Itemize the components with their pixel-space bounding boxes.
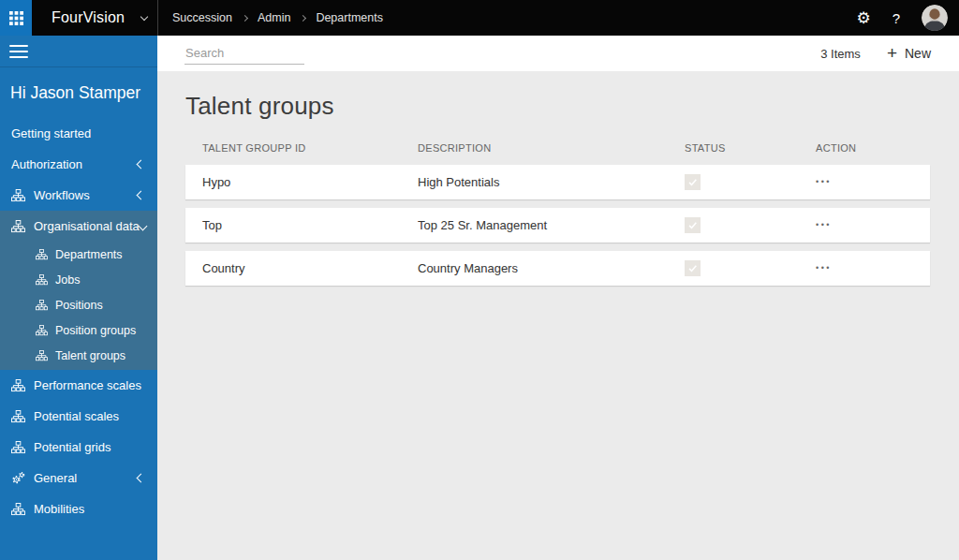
chevron-right-icon [300, 14, 306, 21]
brand-switcher[interactable]: FourVision [32, 0, 157, 36]
search-input[interactable] [184, 42, 304, 65]
breadcrumb-item-departments[interactable]: Departments [316, 11, 383, 24]
brand-name: FourVision [52, 9, 125, 26]
cell-status [685, 174, 816, 190]
plus-icon: + [887, 44, 897, 62]
sidebar-item-potential-scales[interactable]: Potential scales [0, 401, 157, 432]
user-greeting: Hi Jason Stamper [10, 83, 146, 103]
cell-description: Top 25 Sr. Management [418, 218, 685, 232]
help-icon[interactable]: ? [893, 10, 900, 26]
check-icon [686, 176, 699, 188]
sitemap-icon [11, 503, 25, 516]
avatar-photo [922, 5, 948, 31]
sidebar: Hi Jason Stamper Getting started Authori… [0, 36, 157, 560]
sidebar-item-departments[interactable]: Departments [0, 242, 157, 267]
sidebar-item-label: Departments [55, 248, 123, 261]
gears-icon [11, 471, 25, 485]
sitemap-icon [11, 379, 25, 392]
sitemap-icon [36, 300, 48, 311]
cell-talent-group-id: Hypo [202, 175, 418, 189]
sitemap-icon [11, 410, 25, 423]
sidebar-item-potential-grids[interactable]: Potential grids [0, 432, 157, 463]
sitemap-icon [11, 220, 25, 233]
sidebar-toggle-button[interactable] [0, 36, 157, 67]
more-actions-icon[interactable]: ••• [816, 221, 930, 229]
new-button-label: New [905, 46, 931, 61]
cell-description: High Potentials [418, 175, 685, 189]
sidebar-item-organisational-data[interactable]: Organisational data [0, 211, 157, 242]
column-header-action: ACTION [816, 142, 930, 154]
table-row[interactable]: Country Country Managers ••• [185, 251, 930, 286]
sidebar-item-label: Position groups [55, 324, 136, 337]
check-icon [686, 219, 699, 231]
user-avatar[interactable] [922, 5, 948, 31]
column-header-status: STATUS [685, 142, 816, 154]
sidebar-item-talent-groups[interactable]: Talent groups [0, 343, 157, 368]
cell-status [685, 260, 816, 276]
talent-groups-table: TALENT GROUPP ID DESCRIPTION STATUS ACTI… [185, 141, 930, 286]
sidebar-item-workflows[interactable]: Workflows [0, 180, 157, 211]
cell-description: Country Managers [418, 261, 685, 275]
chevron-left-icon [137, 160, 146, 169]
sidebar-item-label: Authorization [11, 157, 82, 171]
sidebar-nav: Getting started Authorization Workflows … [0, 118, 157, 524]
sidebar-item-general[interactable]: General [0, 463, 157, 494]
main-content: 3 Items + New Talent groups TALENT GROUP… [157, 36, 959, 560]
sidebar-item-position-groups[interactable]: Position groups [0, 317, 157, 343]
sidebar-item-authorization[interactable]: Authorization [0, 149, 157, 180]
chevron-left-icon [137, 474, 146, 483]
app-window: FourVision Succession Admin Departments … [0, 0, 959, 560]
sidebar-group-organisational-data: Organisational data Departments Jobs Pos… [0, 211, 157, 370]
hamburger-icon [9, 45, 28, 58]
sidebar-item-label: General [34, 471, 77, 485]
breadcrumb-item-succession[interactable]: Succession [172, 11, 232, 24]
items-count: 3 Items [820, 47, 861, 61]
settings-gear-icon[interactable]: ⚙ [856, 10, 870, 26]
sitemap-icon [36, 325, 48, 336]
sidebar-item-label: Getting started [11, 126, 91, 140]
sidebar-item-getting-started[interactable]: Getting started [0, 118, 157, 149]
breadcrumb-item-admin[interactable]: Admin [258, 11, 290, 24]
more-actions-icon[interactable]: ••• [816, 178, 930, 186]
cell-status [685, 217, 816, 233]
column-header-talent-group-id: TALENT GROUPP ID [202, 142, 418, 154]
sidebar-item-label: Potential scales [34, 409, 119, 423]
sitemap-icon [36, 274, 48, 286]
sidebar-item-label: Workflows [34, 188, 90, 202]
cell-talent-group-id: Top [202, 218, 418, 232]
sidebar-item-performance-scales[interactable]: Performance scales [0, 370, 157, 401]
list-toolbar: 3 Items + New [157, 36, 959, 71]
new-button[interactable]: + New [887, 46, 931, 62]
sidebar-item-label: Positions [55, 299, 103, 312]
toolbar-actions: 3 Items + New [820, 46, 959, 62]
sidebar-item-mobilities[interactable]: Mobilities [0, 494, 157, 524]
table-row[interactable]: Top Top 25 Sr. Management ••• [185, 208, 930, 243]
sidebar-item-label: Potential grids [34, 440, 111, 454]
sidebar-item-jobs[interactable]: Jobs [0, 267, 157, 292]
more-actions-icon[interactable]: ••• [816, 264, 930, 273]
table-header-row: TALENT GROUPP ID DESCRIPTION STATUS ACTI… [185, 141, 930, 155]
sitemap-icon [11, 189, 25, 202]
topbar: FourVision Succession Admin Departments … [0, 0, 959, 36]
cell-talent-group-id: Country [202, 261, 418, 275]
chevron-right-icon [242, 14, 248, 21]
check-icon [686, 262, 699, 274]
chevron-left-icon [137, 191, 146, 200]
sitemap-icon [36, 249, 48, 260]
chevron-down-icon [140, 12, 148, 20]
sidebar-item-label: Performance scales [34, 378, 141, 392]
status-checkbox-checked[interactable] [685, 174, 701, 190]
status-checkbox-checked[interactable] [685, 260, 701, 276]
breadcrumb: Succession Admin Departments [158, 11, 383, 24]
sidebar-item-positions[interactable]: Positions [0, 292, 157, 317]
sidebar-item-label: Talent groups [55, 349, 125, 362]
sidebar-item-label: Jobs [55, 273, 80, 287]
sidebar-item-label: Organisational data [34, 219, 140, 233]
page-title: Talent groups [185, 92, 959, 121]
table-row[interactable]: Hypo High Potentials ••• [185, 165, 930, 199]
sidebar-item-label: Mobilities [34, 502, 84, 516]
column-header-description: DESCRIPTION [418, 142, 685, 154]
status-checkbox-checked[interactable] [685, 217, 701, 233]
topbar-actions: ⚙ ? [856, 5, 959, 31]
app-launcher-button[interactable] [0, 0, 32, 36]
